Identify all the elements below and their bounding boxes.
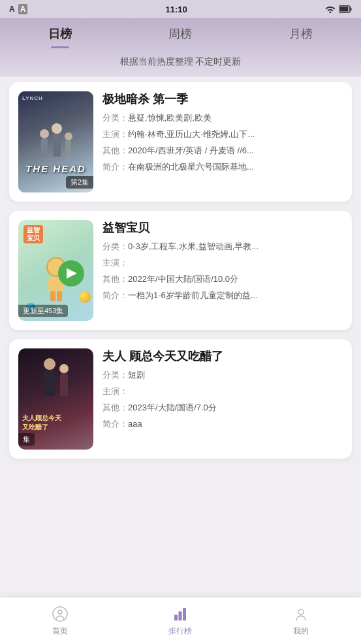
card-other-2: 其他：2022年/中国大陆/国语/10.0分 [102,273,343,286]
card-info-2: 益智宝贝 分类：0-3岁,工程车,水果,益智动画,早教... 主演： 其他：20… [102,220,343,321]
nav-mine-label: 我的 [293,626,309,637]
poster-3-title-overlay: 夫人顾总今天 又吃醋了 [22,414,61,431]
card-category-3: 分类：短剧 [102,369,343,382]
svg-rect-6 [179,611,182,621]
nav-home[interactable]: 首页 [0,605,120,637]
card-other-1: 其他：2020年/西班牙/英语 / 丹麦语 //6... [102,144,343,157]
list-item[interactable]: 夫人顾总今天 又吃醋了 集 夫人 顾总今天又吃醋了 分类：短剧 主演： 其他：2… [9,339,352,459]
tab-daily[interactable]: 日榜 [0,26,120,48]
card-title-1: 极地暗杀 第一季 [102,91,343,107]
svg-point-8 [298,609,304,615]
list-item[interactable]: LYNCH THE HEAD 第2集 极地暗杀 第一季 分类：悬疑,惊悚,欧美剧… [9,82,352,202]
app-icon-b: A [18,4,28,14]
header: 日榜 周榜 月榜 根据当前热度整理 不定时更新 [0,18,361,77]
home-icon [51,605,69,623]
card-info-1: 极地暗杀 第一季 分类：悬疑,惊悚,欧美剧,欧美 主演：约翰·林奇,亚历山大·维… [102,91,343,192]
svg-point-4 [58,610,62,614]
play-button-2[interactable] [58,260,84,286]
nav-home-label: 首页 [52,626,68,637]
card-other-3: 其他：2023年/大陆/国语/7.0分 [102,401,343,414]
card-intro-3: 简介：aaa [102,418,343,431]
poster-badge-2: 更新至453集 [18,305,68,317]
status-right-icons [325,5,352,13]
card-cast-1: 主演：约翰·林奇,亚历山大·维尧姆,山下... [102,128,343,141]
wifi-icon [325,5,336,13]
poster-badge-3: 集 [18,433,35,446]
battery-icon [339,5,352,13]
tab-weekly[interactable]: 周榜 [120,26,240,48]
chart-icon [171,605,189,623]
status-bar: A A 11:10 [0,0,361,18]
poster-2: 益智宝贝 更新 [18,220,93,321]
card-category-1: 分类：悬疑,惊悚,欧美剧,欧美 [102,112,343,125]
svg-rect-7 [183,608,186,621]
card-title-2: 益智宝贝 [102,220,343,236]
list-item[interactable]: 益智宝贝 更新 [9,211,352,330]
app-icon-a: A [9,5,15,14]
poster-1: LYNCH THE HEAD 第2集 [18,91,93,192]
svg-rect-5 [174,615,178,621]
poster-3: 夫人顾总今天 又吃醋了 集 [18,348,93,450]
card-category-2: 分类：0-3岁,工程车,水果,益智动画,早教... [102,240,343,253]
card-intro-2: 简介：一档为1-6岁学龄前儿童定制的益... [102,289,343,302]
poster-badge-1: 第2集 [66,176,93,189]
card-title-3: 夫人 顾总今天又吃醋了 [102,348,343,364]
nav-ranking-label: 排行榜 [168,626,192,637]
nav-ranking[interactable]: 排行榜 [120,605,240,637]
status-left-icons: A A [9,4,27,14]
tab-bar: 日榜 周榜 月榜 [0,18,361,48]
nav-mine[interactable]: 我的 [241,605,361,637]
subtitle: 根据当前热度整理 不定时更新 [0,48,361,77]
tab-monthly[interactable]: 月榜 [241,26,361,48]
status-time: 11:10 [166,5,187,14]
svg-rect-2 [340,7,349,12]
card-info-3: 夫人 顾总今天又吃醋了 分类：短剧 主演： 其他：2023年/大陆/国语/7.0… [102,348,343,450]
bottom-nav: 首页 排行榜 我的 [0,597,361,644]
card-cast-3: 主演： [102,385,343,398]
content-list: LYNCH THE HEAD 第2集 极地暗杀 第一季 分类：悬疑,惊悚,欧美剧… [0,77,361,511]
card-intro-1: 简介：在南极洲的北极星六号国际基地... [102,161,343,174]
person-icon [292,605,310,623]
card-cast-2: 主演： [102,256,343,269]
svg-rect-1 [351,8,352,11]
